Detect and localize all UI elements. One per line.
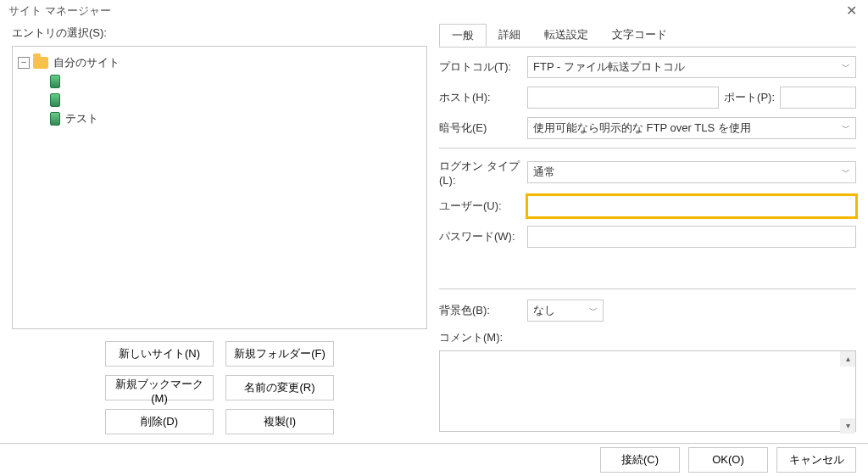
- tab-advanced[interactable]: 詳細: [487, 24, 532, 47]
- content-area: エントリの選択(S): − 自分のサイト テスト: [0, 22, 868, 443]
- comment-row: コメント(M): ▴ ▾: [439, 330, 856, 434]
- port-label: ポート(P):: [724, 90, 775, 105]
- host-input[interactable]: [527, 87, 719, 109]
- logon-type-label: ログオン タイプ(L):: [439, 159, 527, 187]
- encryption-select[interactable]: 使用可能なら明示的な FTP over TLS を使用 ﹀: [527, 117, 856, 139]
- host-label: ホスト(H):: [439, 90, 527, 105]
- site-manager-window: サイト マネージャー ✕ エントリの選択(S): − 自分のサイト: [0, 0, 868, 476]
- logon-type-select[interactable]: 通常 ﹀: [527, 161, 856, 183]
- chevron-down-icon: ﹀: [589, 305, 598, 316]
- server-icon: [50, 75, 60, 88]
- comment-textarea[interactable]: [439, 350, 856, 432]
- encryption-row: 暗号化(E) 使用可能なら明示的な FTP over TLS を使用 ﹀: [439, 117, 856, 139]
- entry-select-label: エントリの選択(S):: [12, 22, 427, 46]
- password-row: パスワード(W):: [439, 226, 856, 248]
- tree-root[interactable]: − 自分のサイト: [18, 53, 421, 72]
- tab-bar: 一般 詳細 転送設定 文字コード: [439, 24, 856, 48]
- expand-toggle-icon[interactable]: −: [18, 57, 30, 69]
- left-button-grid: 新しいサイト(N) 新規フォルダー(F) 新規ブックマーク(M) 名前の変更(R…: [12, 329, 427, 434]
- comment-label: コメント(M):: [439, 330, 856, 345]
- server-icon: [50, 93, 60, 107]
- password-label: パスワード(W):: [439, 229, 527, 244]
- window-title: サイト マネージャー: [8, 3, 843, 19]
- footer: 接続(C) OK(O) キャンセル: [0, 443, 868, 476]
- tree-item-label: テスト: [65, 111, 98, 126]
- chevron-down-icon: ﹀: [842, 122, 850, 134]
- new-folder-button[interactable]: 新規フォルダー(F): [225, 341, 334, 367]
- port-input[interactable]: [780, 87, 856, 109]
- right-panel: 一般 詳細 転送設定 文字コード プロトコル(T): FTP - ファイル転送プ…: [439, 22, 856, 434]
- divider: [439, 148, 856, 148]
- logon-type-value: 通常: [533, 165, 555, 180]
- protocol-label: プロトコル(T):: [439, 59, 527, 75]
- tab-charset[interactable]: 文字コード: [600, 24, 679, 47]
- left-panel: エントリの選択(S): − 自分のサイト テスト: [12, 22, 427, 434]
- bgcolor-select[interactable]: なし ﹀: [527, 300, 604, 322]
- rename-button[interactable]: 名前の変更(R): [225, 375, 334, 400]
- protocol-select[interactable]: FTP - ファイル転送プロトコル ﹀: [527, 56, 856, 78]
- tab-general[interactable]: 一般: [439, 24, 487, 47]
- chevron-down-icon: ﹀: [842, 61, 850, 73]
- close-icon[interactable]: ✕: [843, 3, 860, 19]
- scroll-up-icon[interactable]: ▴: [840, 351, 855, 367]
- chevron-down-icon: ﹀: [842, 166, 850, 178]
- tree-item[interactable]: テスト: [18, 109, 421, 128]
- protocol-value: FTP - ファイル転送プロトコル: [533, 59, 685, 75]
- bgcolor-label: 背景色(B):: [439, 303, 527, 318]
- cancel-button[interactable]: キャンセル: [776, 447, 856, 473]
- bgcolor-row: 背景色(B): なし ﹀: [439, 300, 856, 322]
- password-input[interactable]: [527, 226, 856, 248]
- folder-icon: [33, 57, 48, 69]
- tree-item[interactable]: [18, 72, 421, 91]
- protocol-row: プロトコル(T): FTP - ファイル転送プロトコル ﹀: [439, 56, 856, 78]
- new-site-button[interactable]: 新しいサイト(N): [105, 341, 214, 367]
- tab-transfer[interactable]: 転送設定: [532, 24, 600, 47]
- general-form: プロトコル(T): FTP - ファイル転送プロトコル ﹀ ホスト(H): ポー…: [439, 48, 856, 434]
- new-bookmark-button[interactable]: 新規ブックマーク(M): [105, 375, 214, 400]
- titlebar: サイト マネージャー ✕: [0, 0, 868, 22]
- user-label: ユーザー(U):: [439, 199, 527, 214]
- encryption-value: 使用可能なら明示的な FTP over TLS を使用: [533, 120, 751, 136]
- host-row: ホスト(H): ポート(P):: [439, 87, 856, 109]
- encryption-label: 暗号化(E): [439, 120, 527, 136]
- server-icon: [50, 112, 60, 126]
- logon-type-row: ログオン タイプ(L): 通常 ﹀: [439, 159, 856, 187]
- tree-root-label: 自分のサイト: [53, 55, 120, 70]
- site-tree[interactable]: − 自分のサイト テスト: [12, 46, 427, 329]
- user-row: ユーザー(U):: [439, 195, 856, 217]
- delete-button[interactable]: 削除(D): [105, 409, 214, 434]
- connect-button[interactable]: 接続(C): [600, 447, 680, 473]
- bgcolor-value: なし: [533, 303, 555, 318]
- divider: [439, 288, 856, 289]
- ok-button[interactable]: OK(O): [688, 447, 768, 473]
- scroll-down-icon[interactable]: ▾: [840, 418, 855, 434]
- tree-item[interactable]: [18, 91, 421, 109]
- duplicate-button[interactable]: 複製(I): [225, 409, 334, 434]
- spacer: [439, 256, 856, 282]
- user-input[interactable]: [527, 195, 856, 217]
